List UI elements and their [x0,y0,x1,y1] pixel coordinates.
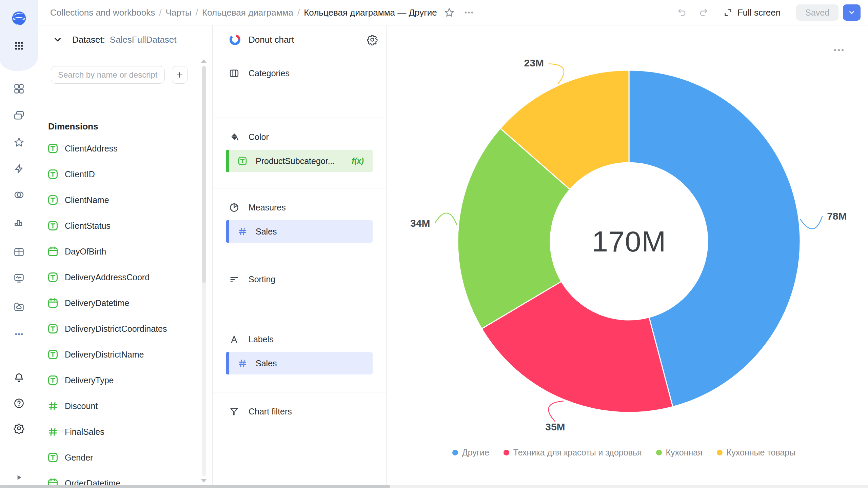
pill-accent-bar [226,352,229,374]
labels-drop-zone[interactable]: Sales [226,352,373,374]
collections-icon[interactable] [13,109,25,121]
field-name: DayOfBirth [65,247,106,257]
dataset-field-DeliveryDistrictName[interactable]: DeliveryDistrictName [47,342,192,367]
horizontal-scrollbar-thumb[interactable] [0,485,390,488]
dataset-field-Discount[interactable]: Discount [47,393,192,419]
help-icon[interactable] [13,398,25,409]
dataset-field-ClientAddress[interactable]: ClientAddress [47,136,192,161]
formula-icon: f(x) [352,157,364,166]
field-pill-labels[interactable]: Sales [226,352,373,374]
saved-button[interactable]: Saved [796,4,839,21]
charts-icon[interactable] [13,216,25,228]
dataset-field-DeliveryDistrictCoordinates[interactable]: DeliveryDistrictCoordinates [47,316,192,342]
storage-folder-icon[interactable] [13,301,25,312]
legend-label: Техника для красоты и здоровья [513,448,642,458]
dimensions-title: Dimensions [48,121,98,132]
dataset-field-DayOfBirth[interactable]: DayOfBirth [47,239,192,264]
entry-menu-dots-icon[interactable] [463,7,474,18]
legend-label: Кухонные товары [727,448,795,458]
save-dropdown-button[interactable] [843,4,861,21]
settings-gear-icon[interactable] [13,423,25,434]
slice-label-line [800,216,822,229]
horizontal-scrollbar-track[interactable] [0,485,868,488]
chart-settings-gear-icon[interactable] [367,34,378,45]
dataset-field-ClientName[interactable]: ClientName [47,187,192,213]
undo-icon[interactable] [677,7,687,18]
dataset-field-Gender[interactable]: Gender [47,445,192,470]
field-name: DeliveryDistrictCoordinates [65,324,167,334]
chart-type-selector[interactable]: Donut chart [213,25,386,54]
section-label: Chart filters [249,407,292,416]
scroll-up-arrow[interactable] [201,59,207,63]
field-pill-measures[interactable]: Sales [226,220,373,243]
legend-dot [717,450,723,455]
legend-item[interactable]: Кухонная [656,448,703,458]
dashboards-icon[interactable] [13,83,25,95]
slice-label-line [549,401,564,422]
scroll-down-arrow[interactable] [201,479,207,483]
scrollbar-thumb[interactable] [202,66,206,283]
field-name: DeliveryType [65,375,114,385]
favorite-star-icon[interactable] [444,7,455,18]
dataset-field-ClientStatus[interactable]: ClientStatus [47,213,192,239]
dataset-field-DeliveryDatetime[interactable]: DeliveryDatetime [47,290,192,316]
datalens-app: Collections and workbooks/Чарты/Кольцева… [0,0,868,488]
pie-icon [229,202,239,213]
dataset-field-DeliveryAddressCoord[interactable]: DeliveryAddressCoord [47,264,192,290]
dataset-name-link[interactable]: SalesFullDataset [110,35,177,45]
field-pill-color[interactable]: ProductSubcategor...f(x) [226,150,373,172]
redo-icon[interactable] [698,7,708,18]
dataset-field-FinalSales[interactable]: FinalSales [47,419,192,445]
text-type-icon [47,143,59,154]
color-drop-zone[interactable]: ProductSubcategor...f(x) [226,150,373,172]
breadcrumb-item[interactable]: Collections and workbooks [50,7,155,18]
field-name: DeliveryDatetime [65,298,129,308]
dataset-field-DeliveryType[interactable]: DeliveryType [47,367,192,393]
datasets-venn-icon[interactable] [13,189,25,201]
measures-drop-zone[interactable]: Sales [226,220,373,243]
number-type-icon [237,358,248,368]
breadcrumb-separator: / [297,7,300,18]
field-name: ClientID [65,169,95,179]
topbar-actions: Full screen Saved [677,4,861,21]
slice-value-label: 23M [524,57,544,68]
field-name: DeliveryAddressCoord [65,272,150,282]
text-type-icon [47,220,59,231]
full-screen-button[interactable]: Full screen [723,7,781,18]
favorites-star-icon[interactable] [13,137,25,148]
section-label: Sorting [249,274,275,284]
tables-icon[interactable] [13,246,25,258]
connections-bolt-icon[interactable] [13,163,25,175]
legend-item[interactable]: Техника для красоты и здоровья [504,448,642,458]
full-screen-label: Full screen [737,7,781,18]
dataset-label: Dataset: [72,35,105,45]
text-type-icon [47,168,59,180]
breadcrumb-item[interactable]: Кольцевая диаграмма — Другие [304,7,437,18]
field-name: DeliveryDistrictName [65,350,144,360]
apps-grid-icon[interactable] [14,41,24,51]
sidebar-expand-icon[interactable] [15,473,23,482]
legend-item[interactable]: Другие [452,448,489,458]
dataset-header: Dataset: SalesFullDataset [38,25,212,54]
legend-item[interactable]: Кухонные товары [717,448,795,458]
config-section-categories: Categories [213,54,386,118]
chevron-down-icon[interactable] [53,35,63,45]
dataset-field-ClientID[interactable]: ClientID [47,161,192,187]
config-section-measures: Measures Sales [213,188,386,260]
add-field-button[interactable] [172,66,188,84]
breadcrumb: Collections and workbooks/Чарты/Кольцева… [50,7,437,18]
more-services-icon[interactable] [14,329,24,340]
chart-legend: ДругиеТехника для красоты и здоровьяКухо… [387,448,861,458]
pill-field-name: Sales [256,227,277,237]
notifications-bell-icon[interactable] [13,372,25,384]
breadcrumb-separator: / [196,7,198,18]
sort-icon [229,274,239,285]
config-section-chart-filters: Chart filters [213,392,386,471]
search-input[interactable] [51,66,165,84]
datalens-logo-icon[interactable] [12,11,26,26]
donut-chart: 78M35M34M23M170M [387,25,868,463]
monitoring-icon[interactable] [13,272,25,284]
slice-label-line [549,64,564,84]
breadcrumb-item[interactable]: Кольцевая диаграмма [202,7,293,18]
breadcrumb-item[interactable]: Чарты [166,7,192,18]
